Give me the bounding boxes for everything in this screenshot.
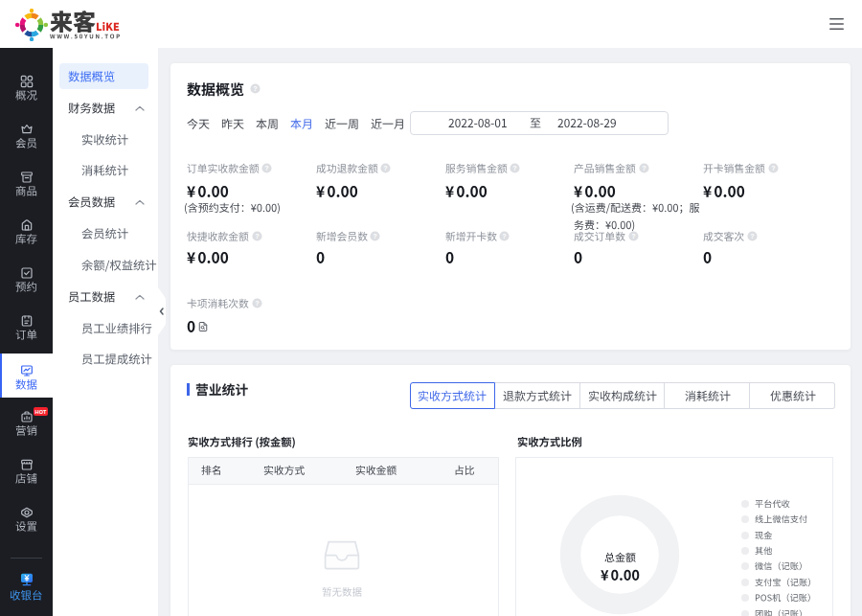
svg-text:HOT: HOT bbox=[35, 409, 47, 415]
svg-text:?: ? bbox=[642, 165, 646, 172]
svg-text:?: ? bbox=[750, 233, 754, 240]
svg-text:?: ? bbox=[512, 165, 516, 172]
svg-text:?: ? bbox=[384, 165, 388, 172]
svg-text:?: ? bbox=[253, 85, 257, 93]
svg-text:?: ? bbox=[374, 233, 377, 240]
svg-text:?: ? bbox=[771, 165, 775, 172]
svg-text:?: ? bbox=[503, 233, 507, 240]
svg-text:?: ? bbox=[265, 165, 269, 172]
svg-text:?: ? bbox=[255, 300, 259, 308]
svg-text:?: ? bbox=[631, 233, 635, 240]
svg-text:?: ? bbox=[255, 233, 259, 240]
